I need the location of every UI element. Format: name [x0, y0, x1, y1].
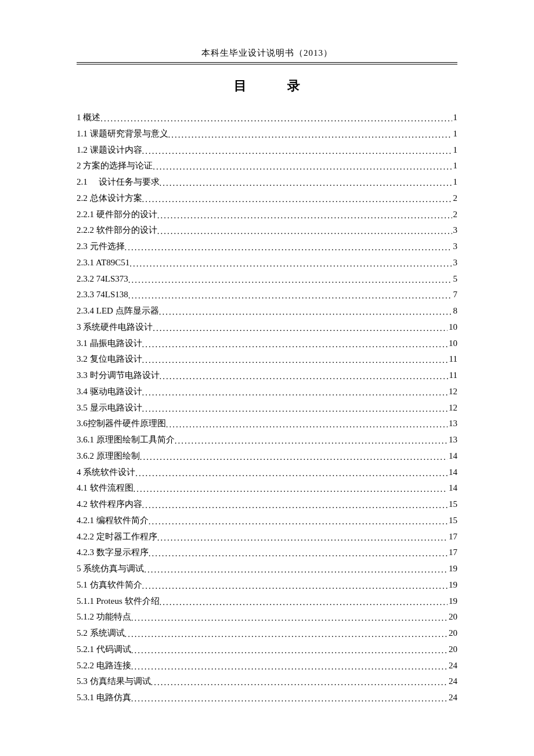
- toc-entry-label: 5.1.2 功能特点: [77, 609, 131, 625]
- toc-entry-label: 5.1.1 Proteus 软件介绍: [77, 593, 160, 610]
- toc-entry-label: 2 方案的选择与论证: [77, 158, 153, 174]
- toc-entry: 5.2.2 电路连接24: [77, 658, 457, 674]
- toc-entry: 5.1 仿真软件简介19: [77, 577, 457, 593]
- toc-entry: 4.1 软件流程图14: [77, 480, 457, 496]
- toc-entry-page: 3: [452, 239, 458, 255]
- toc-entry-page: 1: [452, 158, 458, 174]
- page-header: 本科生毕业设计说明书（2013）: [77, 48, 457, 62]
- toc-entry-page: 11: [448, 368, 457, 384]
- toc-entry: 2.2.1 硬件部分的设计2: [77, 207, 457, 223]
- toc-entry-label: 1.1 课题研究背景与意义: [77, 126, 168, 142]
- toc-entry-page: 12: [448, 384, 457, 400]
- toc-entry-page: 5: [452, 271, 458, 287]
- toc-leader-dots: [159, 304, 452, 321]
- toc-entry-label: 4 系统软件设计: [77, 465, 135, 481]
- header-rule-thick: [77, 62, 457, 63]
- toc-leader-dots: [142, 192, 452, 208]
- toc-entry-page: 1: [452, 126, 458, 142]
- toc-entry-page: 17: [448, 529, 457, 545]
- toc-leader-dots: [142, 498, 448, 514]
- toc-entry-page: 15: [448, 513, 457, 529]
- toc-entry-page: 2: [452, 190, 458, 207]
- toc-entry: 5.1.1 Proteus 软件介绍 19: [77, 593, 457, 610]
- toc-entry: 2.3.3 74LS1387: [77, 287, 457, 303]
- toc-entry-label: 1 概述: [77, 110, 100, 126]
- toc-entry-page: 8: [452, 303, 458, 319]
- toc-entry: 4.2.2 定时器工作程序17: [77, 529, 457, 545]
- toc-entry-label: 5.3 仿真结果与调试: [77, 674, 151, 690]
- toc-entry-label: 2.3.2 74LS373: [77, 271, 128, 287]
- toc-leader-dots: [140, 449, 448, 466]
- toc-entry: 3.6.1 原理图绘制工具简介13: [77, 432, 457, 448]
- toc-entry: 3.5 显示电路设计12: [77, 400, 457, 416]
- toc-entry-page: 1: [452, 110, 458, 126]
- toc-entry-label: 1.2 课题设计内容: [77, 142, 142, 159]
- toc-leader-dots: [131, 610, 448, 627]
- toc-leader-dots: [142, 385, 448, 401]
- toc-entry: 5.1.2 功能特点20: [77, 609, 457, 625]
- toc-entry-page: 20: [448, 625, 457, 642]
- toc-entry: 2.3.1 AT89C513: [77, 255, 457, 271]
- toc-leader-dots: [175, 433, 448, 449]
- toc-entry: 4.2.3 数字显示程序17: [77, 545, 457, 561]
- table-of-contents: 1 概述11.1 课题研究背景与意义11.2 课题设计内容12 方案的选择与论证…: [77, 110, 457, 706]
- toc-leader-dots: [135, 466, 448, 482]
- toc-leader-dots: [149, 546, 448, 562]
- toc-entry-label: 2.3.3 74LS138: [77, 287, 128, 303]
- toc-entry: 3.6控制器件硬件原理图 13: [77, 416, 457, 432]
- toc-leader-dots: [153, 159, 452, 175]
- toc-entry-page: 19: [448, 593, 457, 610]
- toc-entry: 3.3 时分调节电路设计11: [77, 368, 457, 384]
- toc-entry-label: 4.2.2 定时器工作程序: [77, 529, 157, 545]
- toc-entry-label: 2.1 设计任务与要求: [77, 174, 160, 190]
- toc-leader-dots: [151, 675, 448, 691]
- toc-entry-page: 24: [448, 690, 457, 706]
- toc-entry-page: 20: [448, 642, 457, 658]
- toc-entry-label: 2.2.1 硬件部分的设计: [77, 207, 157, 223]
- toc-leader-dots: [142, 337, 448, 353]
- toc-entry-label: 3.1 晶振电路设计: [77, 336, 142, 352]
- toc-entry-page: 13: [448, 432, 457, 448]
- toc-entry-label: 5.3.1 电路仿真: [77, 690, 131, 706]
- toc-entry: 5 系统仿真与调试19: [77, 561, 457, 577]
- toc-entry: 2.3 元件选择3: [77, 239, 457, 255]
- toc-leader-dots: [142, 352, 448, 369]
- toc-entry: 1 概述1: [77, 110, 457, 126]
- toc-leader-dots: [160, 175, 452, 192]
- toc-entry-page: 20: [448, 609, 457, 625]
- toc-leader-dots: [128, 288, 452, 304]
- toc-entry-label: 5.2.1 代码调试: [77, 642, 131, 658]
- toc-entry-page: 1: [452, 174, 458, 190]
- toc-entry-page: 11: [448, 351, 457, 368]
- toc-entry-label: 3.5 显示电路设计: [77, 400, 142, 416]
- toc-entry: 1.1 课题研究背景与意义1: [77, 126, 457, 142]
- toc-entry-label: 4.2.1 编程软件简介: [77, 513, 149, 529]
- toc-leader-dots: [131, 691, 448, 707]
- toc-entry-page: 14: [448, 480, 457, 496]
- toc-entry: 5.2.1 代码调试20: [77, 642, 457, 658]
- toc-entry-page: 12: [448, 400, 457, 416]
- toc-entry-label: 3.3 时分调节电路设计: [77, 368, 160, 384]
- toc-entry-page: 3: [452, 255, 458, 271]
- toc-entry: 1.2 课题设计内容1: [77, 142, 457, 159]
- document-page: 本科生毕业设计说明书（2013） 目 录 1 概述11.1 课题研究背景与意义1…: [0, 0, 534, 741]
- header-rule-thin: [77, 64, 457, 64]
- toc-entry-page: 2: [452, 207, 458, 223]
- toc-leader-dots: [168, 127, 452, 143]
- toc-entry-page: 7: [452, 287, 458, 303]
- toc-entry-label: 3.4 驱动电路设计: [77, 384, 142, 400]
- toc-entry: 2.1 设计任务与要求1: [77, 174, 457, 190]
- toc-entry-label: 5.2 系统调试: [77, 625, 125, 642]
- toc-entry: 5.3.1 电路仿真24: [77, 690, 457, 706]
- toc-leader-dots: [142, 401, 448, 417]
- toc-entry-label: 2.3.1 AT89C51: [77, 255, 129, 271]
- toc-entry: 5.3 仿真结果与调试24: [77, 674, 457, 690]
- toc-entry: 2.2 总体设计方案2: [77, 190, 457, 207]
- toc-leader-dots: [131, 643, 448, 659]
- toc-entry-label: 2.2 总体设计方案: [77, 190, 142, 207]
- toc-leader-dots: [142, 143, 452, 160]
- toc-entry-label: 3 系统硬件电路设计: [77, 319, 153, 336]
- toc-entry: 3.1 晶振电路设计10: [77, 336, 457, 352]
- toc-entry: 3.2 复位电路设计 11: [77, 351, 457, 368]
- toc-leader-dots: [128, 272, 452, 289]
